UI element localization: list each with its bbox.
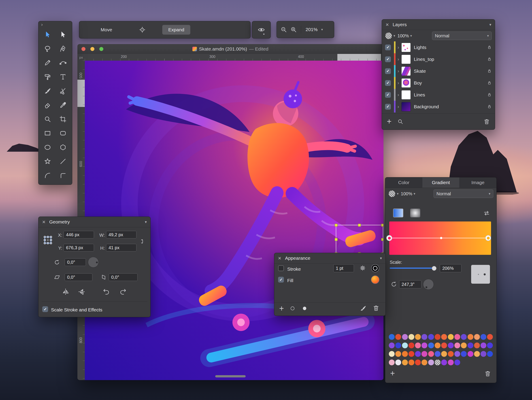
search-icon[interactable] <box>397 119 403 125</box>
color-swatch[interactable] <box>435 360 441 365</box>
color-swatch[interactable] <box>415 334 421 340</box>
flip-vertical-button[interactable] <box>78 288 85 296</box>
layer-row-lights[interactable]: ›Lights <box>382 41 495 53</box>
color-swatch[interactable] <box>454 334 460 340</box>
expand-button[interactable]: Expand <box>162 25 190 35</box>
lock-icon[interactable] <box>487 69 492 74</box>
arc-tool[interactable] <box>43 171 53 181</box>
close-icon[interactable]: ✕ <box>386 22 389 27</box>
selection-handle[interactable] <box>381 238 383 241</box>
lock-icon[interactable] <box>487 57 492 62</box>
color-swatch[interactable] <box>409 334 414 340</box>
appearance-panel-header[interactable]: ✕ Appearance ▾ <box>274 253 386 264</box>
crop-tool[interactable] <box>58 114 68 124</box>
anchor-point-selector[interactable] <box>43 235 53 245</box>
layer-visibility-checkbox[interactable] <box>385 44 391 50</box>
brush-icon[interactable] <box>360 305 367 312</box>
vector-brush-tool[interactable] <box>58 58 68 68</box>
stroke-checkbox[interactable] <box>278 265 284 271</box>
trash-icon[interactable] <box>373 305 380 311</box>
rotate-left-button[interactable] <box>102 288 110 296</box>
color-swatch[interactable] <box>448 343 454 348</box>
height-field[interactable]: 41 px <box>106 244 136 251</box>
selection-handle[interactable] <box>358 224 361 227</box>
polygon-tool[interactable] <box>58 142 68 152</box>
color-swatch[interactable] <box>441 351 447 357</box>
swap-colors-icon[interactable] <box>483 210 490 216</box>
chevron-right-icon[interactable]: › <box>398 57 399 62</box>
color-swatch[interactable] <box>389 351 395 357</box>
gradient-stop-end[interactable] <box>485 235 491 241</box>
add-style-button[interactable]: + <box>279 304 284 313</box>
rounded-rectangle-tool[interactable] <box>58 128 68 138</box>
color-swatch[interactable] <box>395 334 401 340</box>
tab-color[interactable]: Color <box>385 178 422 188</box>
color-swatch[interactable] <box>448 351 454 357</box>
chevron-down-icon[interactable]: ▾ <box>145 220 147 224</box>
rotation-knob[interactable] <box>88 257 99 267</box>
color-swatch[interactable] <box>454 343 460 348</box>
star-tool[interactable] <box>43 157 53 166</box>
layer-row-lines_top[interactable]: ›Lines_top <box>382 53 495 65</box>
gradient-stop-start[interactable] <box>386 235 392 241</box>
fill-color-swatch[interactable] <box>371 275 380 284</box>
brush-tool[interactable] <box>43 86 53 96</box>
gradient-midpoint[interactable] <box>440 237 442 239</box>
chevron-down-icon[interactable]: ▾ <box>489 22 491 27</box>
color-swatch[interactable] <box>461 351 467 357</box>
color-swatch[interactable] <box>402 360 408 365</box>
color-swatch[interactable] <box>481 334 486 340</box>
chevron-right-icon[interactable]: › <box>398 80 399 85</box>
window-resize-handle[interactable] <box>215 375 246 377</box>
color-swatch[interactable] <box>468 334 473 340</box>
color-swatch[interactable] <box>461 334 467 340</box>
rotation-knob[interactable] <box>423 279 434 290</box>
color-swatch[interactable] <box>428 334 434 340</box>
add-layer-button[interactable]: + <box>387 114 392 130</box>
color-swatch[interactable] <box>402 343 408 348</box>
radial-gradient-type-button[interactable] <box>410 209 420 217</box>
color-swatch[interactable] <box>409 351 414 357</box>
color-swatch[interactable] <box>454 351 460 357</box>
scale-slider-knob[interactable] <box>432 266 437 271</box>
layers-panel-header[interactable]: ✕ Layers ▾ <box>382 19 495 30</box>
flip-horizontal-button[interactable] <box>62 288 69 296</box>
circle-outline-icon[interactable] <box>290 306 295 311</box>
pen-tool[interactable] <box>58 44 68 54</box>
color-swatch[interactable] <box>415 360 421 365</box>
stroke-width-field[interactable]: 1 pt <box>333 264 354 272</box>
scale-value-field[interactable]: 206% <box>440 264 462 272</box>
color-swatch[interactable] <box>468 351 473 357</box>
layer-thumbnail[interactable] <box>401 43 411 52</box>
line-tool[interactable] <box>58 157 68 166</box>
zoom-out-icon[interactable] <box>280 26 287 33</box>
zoom-in-icon[interactable] <box>290 26 297 33</box>
color-swatch[interactable] <box>441 334 447 340</box>
add-swatch-button[interactable]: + <box>390 365 395 381</box>
color-swatch[interactable] <box>428 360 434 365</box>
color-swatch[interactable] <box>421 343 427 348</box>
selection-handle[interactable] <box>335 224 338 227</box>
layer-thumbnail[interactable] <box>401 102 411 111</box>
gradient-rotation-field[interactable]: 247,3° <box>399 280 421 288</box>
eraser-tool[interactable] <box>43 100 53 110</box>
rotate-icon[interactable] <box>391 281 397 287</box>
node-tool[interactable] <box>58 30 68 40</box>
layer-visibility-checkbox[interactable] <box>385 92 391 98</box>
ruler-unit[interactable]: px <box>77 54 85 61</box>
color-swatch[interactable] <box>435 334 441 340</box>
link-dimensions-icon[interactable] <box>139 237 145 246</box>
crosshair-icon[interactable] <box>139 26 146 33</box>
color-swatch[interactable] <box>421 351 427 357</box>
opacity-value[interactable]: 100% <box>398 33 409 38</box>
scale-slider[interactable] <box>390 267 434 269</box>
color-swatch[interactable] <box>474 351 480 357</box>
color-swatch[interactable] <box>474 334 480 340</box>
lock-icon[interactable] <box>487 45 492 50</box>
color-swatch[interactable] <box>395 360 401 365</box>
color-swatch[interactable] <box>454 360 460 365</box>
color-swatch[interactable] <box>389 343 395 348</box>
color-swatch[interactable] <box>441 343 447 348</box>
lock-icon[interactable] <box>487 80 492 85</box>
selection-handle[interactable] <box>335 238 338 241</box>
